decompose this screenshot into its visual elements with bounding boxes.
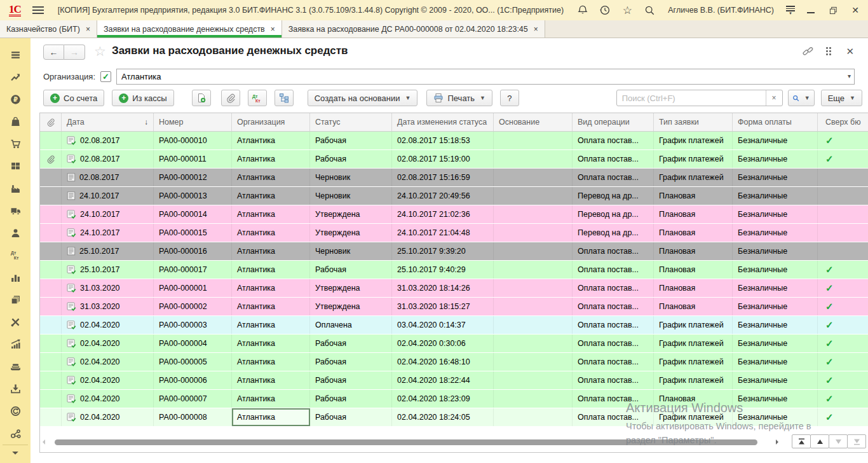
cell-request-type[interactable]: График платежей <box>654 335 733 352</box>
cell-attachments[interactable] <box>40 150 62 168</box>
organization-dropdown-icon[interactable]: ▾ <box>848 73 851 79</box>
search-input[interactable] <box>617 93 766 103</box>
column-header-over-budget[interactable]: Сверх бю <box>818 113 868 131</box>
cell-date[interactable]: 24.10.2017 <box>62 187 154 205</box>
cell-basis[interactable] <box>494 335 573 352</box>
tab-expense-requests-list[interactable]: Заявки на расходование денежных средств … <box>97 20 282 38</box>
cell-over-budget[interactable] <box>818 242 868 260</box>
cell-attachments[interactable] <box>40 279 62 297</box>
dtkt-icon[interactable]: ДтКт <box>0 244 31 266</box>
column-header-attachments[interactable] <box>40 113 62 131</box>
cell-request-type[interactable]: График платежей <box>654 353 733 371</box>
cell-organization[interactable]: Атлантика <box>232 224 310 242</box>
column-header-payment-form[interactable]: Форма оплаты <box>733 113 818 131</box>
column-header-operation[interactable]: Вид операции <box>573 113 654 131</box>
cell-number[interactable]: РА00-000003 <box>154 316 232 334</box>
create-from-account-button[interactable]: + Со счета <box>43 90 104 106</box>
cell-payment-form[interactable]: Безналичные <box>733 371 818 389</box>
cell-over-budget[interactable] <box>818 187 868 205</box>
cell-operation[interactable]: Оплата постав... <box>573 298 654 315</box>
cell-operation[interactable]: Оплата постав... <box>573 242 654 260</box>
cell-status[interactable]: Рабочая <box>310 353 392 371</box>
cell-request-type[interactable]: Плановая <box>654 390 733 408</box>
get-link-icon[interactable] <box>802 45 814 59</box>
restore-window-icon[interactable] <box>827 4 839 17</box>
purchases-icon[interactable] <box>0 111 31 133</box>
cell-request-type[interactable]: График платежей <box>654 169 733 186</box>
table-row[interactable]: 02.08.2017РА00-000011АтлантикаРабочая02.… <box>40 150 868 169</box>
add-to-favorites-star-icon[interactable]: ☆ <box>94 44 106 59</box>
cell-organization[interactable]: Атлантика <box>232 408 310 426</box>
cell-status-date[interactable]: 02.08.2017 15:19:00 <box>392 150 494 168</box>
cell-request-type[interactable]: График платежей <box>654 132 733 149</box>
cell-request-type[interactable]: Плановая <box>654 224 733 242</box>
back-button[interactable]: ← <box>43 45 64 60</box>
cell-attachments[interactable] <box>40 371 62 389</box>
cell-status[interactable]: Черновик <box>310 242 392 260</box>
cell-payment-form[interactable]: Безналичные <box>733 132 818 149</box>
search-icon[interactable] <box>643 4 656 17</box>
cell-basis[interactable] <box>494 224 573 242</box>
cell-organization[interactable]: Атлантика <box>232 390 310 408</box>
hr-icon[interactable] <box>0 222 31 244</box>
cell-payment-form[interactable]: Безналичные <box>733 298 818 315</box>
cell-request-type[interactable]: Плановая <box>654 187 733 205</box>
cell-operation[interactable]: Перевод на др... <box>573 187 654 205</box>
cell-payment-form[interactable]: Безналичные <box>733 279 818 297</box>
cell-payment-form[interactable]: Безналичные <box>733 242 818 260</box>
cell-date[interactable]: 24.10.2017 <box>62 224 154 242</box>
cell-operation[interactable]: Оплата постав... <box>573 353 654 371</box>
regulated-icon[interactable] <box>0 400 31 422</box>
cell-over-budget[interactable]: ✓ <box>818 353 868 371</box>
cell-basis[interactable] <box>494 205 573 223</box>
current-user[interactable]: Агличев В.В. (БИТ.ФИНАНС) <box>668 6 774 15</box>
horizontal-scrollbar[interactable] <box>43 438 778 446</box>
cell-basis[interactable] <box>494 169 573 186</box>
table-row[interactable]: 02.04.2020РА00-000008АтлантикаРабочая02.… <box>40 408 868 427</box>
cell-over-budget[interactable]: ✓ <box>818 261 868 279</box>
cell-attachments[interactable] <box>40 132 62 149</box>
scroll-right-icon[interactable] <box>776 439 778 445</box>
cell-number[interactable]: РА00-000011 <box>154 150 232 168</box>
cell-basis[interactable] <box>494 187 573 205</box>
cell-basis[interactable] <box>494 408 573 426</box>
cell-basis[interactable] <box>494 242 573 260</box>
cell-status[interactable]: Рабочая <box>310 335 392 352</box>
copy-document-button[interactable] <box>192 90 211 106</box>
cell-number[interactable]: РА00-000010 <box>154 132 232 149</box>
cell-date[interactable]: 02.04.2020 <box>62 335 154 352</box>
cell-basis[interactable] <box>494 298 573 315</box>
show-postings-dt-kt-button[interactable]: ДтКт <box>248 90 267 106</box>
cell-operation[interactable]: Оплата постав... <box>573 335 654 352</box>
cell-attachments[interactable] <box>40 316 62 334</box>
cell-date[interactable]: 25.10.2017 <box>62 261 154 279</box>
main-menu-icon[interactable] <box>32 6 44 14</box>
cell-status-date[interactable]: 24.10.2017 21:02:36 <box>392 205 494 223</box>
cell-number[interactable]: РА00-000007 <box>154 390 232 408</box>
close-tab-icon[interactable]: × <box>86 25 90 34</box>
advanced-search-button[interactable]: ▼ <box>788 90 815 106</box>
cell-payment-form[interactable]: Безналичные <box>733 205 818 223</box>
cell-number[interactable]: РА00-000008 <box>154 408 232 426</box>
cell-operation[interactable]: Оплата постав... <box>573 390 654 408</box>
cell-attachments[interactable] <box>40 187 62 205</box>
cell-attachments[interactable] <box>40 408 62 426</box>
cell-basis[interactable] <box>494 371 573 389</box>
help-button[interactable]: ? <box>500 90 519 106</box>
table-row[interactable]: 02.04.2020РА00-000003АтлантикаОплачена03… <box>40 316 868 335</box>
cell-operation[interactable]: Оплата постав... <box>573 371 654 389</box>
cell-status-date[interactable]: 03.04.2020 0:14:37 <box>392 316 494 334</box>
cell-payment-form[interactable]: Безналичные <box>733 335 818 352</box>
table-row[interactable]: 02.04.2020РА00-000006АтлантикаРабочая02.… <box>40 371 868 390</box>
cell-date[interactable]: 02.08.2017 <box>62 150 154 168</box>
cell-date[interactable]: 02.04.2020 <box>62 316 154 334</box>
cell-operation[interactable]: Оплата постав... <box>573 261 654 279</box>
go-last-row-button[interactable] <box>847 434 866 448</box>
administration-icon[interactable] <box>0 311 31 333</box>
cell-over-budget[interactable]: ✓ <box>818 279 868 297</box>
go-down-row-button[interactable] <box>829 434 848 448</box>
scroll-left-icon[interactable] <box>43 439 45 445</box>
cell-payment-form[interactable]: Безналичные <box>733 169 818 186</box>
close-window-icon[interactable]: ✕ <box>849 4 862 17</box>
cell-status[interactable]: Утверждена <box>310 298 392 315</box>
